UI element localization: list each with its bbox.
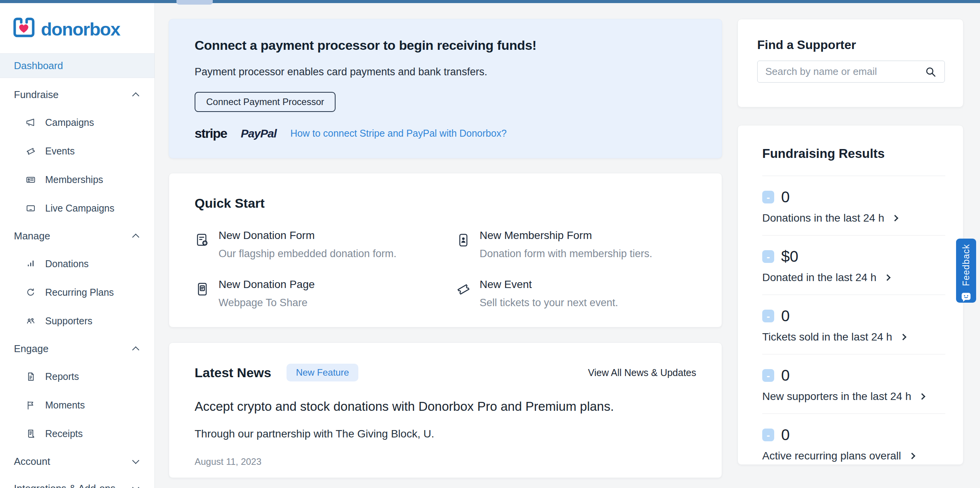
stat-link-tickets[interactable]: Tickets sold in the last 24 h [762,331,905,343]
sidebar-item-events[interactable]: Events [0,137,154,165]
stat-value: 0 [781,426,790,444]
chevron-up-icon [132,234,139,241]
flag-icon [25,400,36,410]
find-supporter-title: Find a Supporter [757,38,944,52]
payment-processor-banner: Connect a payment processor to begin rec… [169,19,722,158]
sidebar-section-account[interactable]: Account [0,448,154,475]
donation-form-plus-icon [195,232,210,248]
stripe-paypal-help-link[interactable]: How to connect Stripe and PayPal with Do… [290,128,507,139]
quick-item-subtitle: Webpage To Share [219,297,315,309]
new-event-item[interactable]: New Event Sell tickets to your next even… [456,278,722,309]
stat-link-recurring[interactable]: Active recurring plans overall [762,450,914,462]
stat-value: 0 [781,367,790,384]
section-label: Fundraise [14,89,59,101]
fundraising-results-card: Fundraising Results - 0 Donations in the… [738,125,963,465]
donorbox-heart-box-icon [12,15,36,42]
section-label: Manage [14,230,50,242]
receipt-icon [25,429,36,439]
supporter-search-input[interactable] [757,61,945,83]
sidebar-item-supporters[interactable]: Supporters [0,307,154,335]
sidebar-item-receipts[interactable]: Receipts [0,419,154,448]
stat-label: Donations in the last 24 h [762,212,884,224]
stat-value: 0 [781,307,790,325]
stat-badge: - [762,250,774,263]
stat-row-supporters: - 0 New supporters in the last 24 h [762,354,945,413]
stat-label: Tickets sold in the last 24 h [762,331,892,343]
stat-value: $0 [781,248,799,265]
new-donation-form-item[interactable]: New Donation Form Our flagship embedded … [195,229,456,260]
stat-value: 0 [781,188,790,206]
stat-row-tickets: - 0 Tickets sold in the last 24 h [762,295,945,354]
sidebar-section-integrations[interactable]: Integrations & Add-ons [0,475,154,488]
latest-news-card: Latest News New Feature View All News & … [169,342,722,478]
top-bar-highlight [176,0,213,5]
sidebar-item-recurring-plans[interactable]: Recurring Plans [0,278,154,307]
stat-row-donated: - $0 Donated in the last 24 h [762,236,945,295]
sidebar-item-reports[interactable]: Reports [0,362,154,391]
banner-title: Connect a payment processor to begin rec… [195,38,722,53]
feedback-label: Feedback [961,244,972,286]
section-label: Integrations & Add-ons [14,483,115,488]
stat-badge: - [762,310,774,322]
quick-item-title: New Event [480,278,618,291]
new-donation-page-item[interactable]: New Donation Page Webpage To Share [195,278,456,309]
sidebar: donorbox Dashboard Fundraise Campaigns E… [0,3,155,488]
nav-label: Donations [45,258,89,269]
sidebar-section-fundraise[interactable]: Fundraise [0,81,154,108]
news-article-title[interactable]: Accept crypto and stock donations with D… [195,399,696,414]
nav-label: Live Campaigns [45,203,114,214]
people-icon [25,316,36,326]
paypal-logo: PayPal [241,127,276,140]
quick-item-subtitle: Our flagship embedded donation form. [219,248,397,260]
quick-item-subtitle: Donation form with membership tiers. [480,248,652,260]
new-membership-form-item[interactable]: New Membership Form Donation form with m… [456,229,722,260]
news-article-date: August 11, 2023 [195,456,696,467]
feedback-chat-smiley-icon [960,291,972,303]
quick-item-title: New Donation Form [219,229,397,242]
quick-start-card: Quick Start New Donation Form Our flagsh… [169,173,722,327]
chevron-right-icon [892,215,898,222]
stat-label: New supporters in the last 24 h [762,390,911,403]
search-icon[interactable] [924,66,937,80]
donorbox-logo[interactable]: donorbox [12,15,154,42]
nav-label: Memberships [45,174,103,185]
chevron-down-icon [132,457,139,464]
sidebar-item-memberships[interactable]: Memberships [0,165,154,194]
stat-badge: - [762,369,774,382]
donorbox-wordmark: donorbox [41,19,120,40]
latest-news-title: Latest News [195,365,271,380]
stat-label: Donated in the last 24 h [762,271,877,284]
donation-page-icon [195,281,210,297]
membership-person-card-icon [456,232,471,248]
banner-subtitle: Payment processor enables card payments … [195,66,722,78]
stat-row-donations: - 0 Donations in the last 24 h [762,176,945,235]
feedback-tab[interactable]: Feedback [956,239,976,303]
quick-start-title: Quick Start [195,196,722,211]
chevron-right-icon [884,274,890,281]
nav-label: Receipts [45,428,83,439]
section-label: Account [14,456,50,468]
stripe-logo: stripe [195,126,227,141]
sidebar-item-live-campaigns[interactable]: Live Campaigns [0,194,154,222]
stat-label: Active recurring plans overall [762,450,901,462]
stat-link-donated[interactable]: Donated in the last 24 h [762,271,890,284]
view-all-news-link[interactable]: View All News & Updates [588,367,696,378]
chevron-up-icon [132,346,139,353]
section-label: Engage [14,343,49,355]
stat-link-donations[interactable]: Donations in the last 24 h [762,212,897,224]
connect-payment-processor-button[interactable]: Connect Payment Processor [195,92,336,112]
stat-link-supporters[interactable]: New supporters in the last 24 h [762,390,924,403]
sidebar-nav: Fundraise Campaigns Events Memberships [0,78,154,488]
quick-item-subtitle: Sell tickets to your next event. [480,297,618,309]
sidebar-item-campaigns[interactable]: Campaigns [0,108,154,137]
sidebar-section-manage[interactable]: Manage [0,222,154,249]
sidebar-section-engage[interactable]: Engage [0,335,154,362]
sidebar-item-moments[interactable]: Moments [0,391,154,419]
sidebar-item-donations[interactable]: Donations [0,249,154,278]
new-feature-badge: New Feature [287,364,358,381]
nav-label: Recurring Plans [45,287,114,298]
sidebar-item-dashboard[interactable]: Dashboard [0,53,154,78]
bar-chart-icon [25,259,36,269]
chevron-right-icon [909,453,915,459]
quick-item-title: New Membership Form [480,229,652,242]
